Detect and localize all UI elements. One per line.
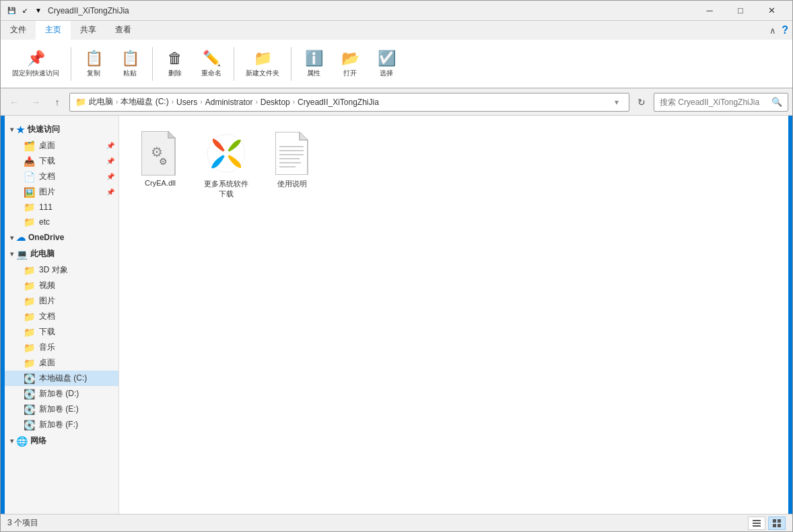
back-button[interactable]: ← (5, 93, 24, 112)
pin-icon-3: 📌 (106, 173, 114, 180)
sidebar-item-download[interactable]: 📁 下载 (5, 324, 118, 340)
paste-icon: 📋 (121, 50, 139, 67)
paste-button[interactable]: 📋 粘贴 (113, 44, 147, 84)
right-accent (788, 116, 792, 514)
title-bar-icons: 💾 ↙ ▼ (6, 5, 44, 16)
network-header[interactable]: ▾ 🌐 网络 (5, 432, 118, 449)
sidebar-item-pic-quick[interactable]: 🖼️ 图片 📌 (5, 184, 118, 200)
ribbon-content: 📌 固定到快速访问 📋 复制 📋 粘贴 🗑 删除 ✏️ 重命名 (1, 40, 792, 88)
delete-button[interactable]: 🗑 删除 (158, 44, 192, 84)
customize-icon: ▼ (33, 5, 44, 16)
select-button[interactable]: ☑️ 选择 (370, 44, 403, 84)
pin-icon-4: 📌 (106, 188, 114, 196)
minimize-button[interactable]: ─ (694, 1, 725, 21)
svg-rect-14 (753, 520, 761, 521)
file-item-pinwheel[interactable]: 更多系统软件下载 (196, 126, 256, 204)
address-dropdown-button[interactable]: ▾ (610, 98, 623, 107)
dll-label: CryEA.dll (145, 179, 176, 187)
drive-e-icon: 💽 (24, 404, 35, 415)
onedrive-header[interactable]: ▾ ☁ OneDrive (5, 229, 118, 245)
folder-3d-icon: 📁 (24, 265, 35, 276)
new-folder-icon: 📁 (254, 50, 272, 67)
pin-button[interactable]: 📌 固定到快速访问 (6, 44, 65, 84)
this-pc-header[interactable]: ▾ 💻 此电脑 (5, 245, 118, 262)
folder-doc-icon: 📄 (24, 172, 35, 182)
search-input[interactable] (660, 98, 769, 107)
crumb-pc[interactable]: 此电脑 (89, 96, 113, 108)
copy-button[interactable]: 📋 复制 (77, 44, 110, 84)
ribbon-collapse-icon[interactable]: ∧ (769, 26, 776, 36)
delete-icon: 🗑 (168, 50, 182, 67)
sidebar-item-desktop[interactable]: 📁 桌面 (5, 355, 118, 371)
drive-f-icon: 💽 (24, 420, 35, 430)
tab-view[interactable]: 查看 (106, 21, 141, 40)
tab-file[interactable]: 文件 (1, 21, 36, 40)
pc-icon: 💻 (16, 249, 28, 260)
tab-share[interactable]: 共享 (71, 21, 106, 40)
sidebar-item-music[interactable]: 📁 音乐 (5, 340, 118, 355)
svg-rect-18 (778, 519, 781, 523)
copy-icon: 📋 (85, 50, 103, 67)
crumb-desktop[interactable]: Desktop (261, 98, 290, 107)
separator-1 (71, 47, 71, 81)
undo-icon: ↙ (20, 5, 30, 16)
search-icon: 🔍 (771, 97, 782, 107)
crumb-folder[interactable]: CryeadII_XiTongZhiJia (298, 98, 379, 107)
sidebar-item-desktop-quick[interactable]: 🗂️ 桌面 📌 (5, 138, 118, 153)
large-icons-view-icon (772, 519, 782, 528)
up-button[interactable]: ↑ (48, 93, 67, 112)
crumb-users[interactable]: Users (176, 98, 197, 107)
folder-small-icon: 📁 (75, 97, 86, 107)
large-icons-view-button[interactable] (768, 517, 786, 530)
sidebar-item-etc[interactable]: 📁 etc (5, 215, 118, 229)
properties-button[interactable]: ℹ️ 属性 (297, 44, 331, 84)
status-view-controls (748, 517, 786, 530)
onedrive-label: OneDrive (28, 233, 64, 242)
main-layout: ▾ ★ 快速访问 🗂️ 桌面 📌 📥 下载 📌 📄 文档 📌 🖼️ (1, 116, 792, 514)
sidebar-item-drive-d[interactable]: 💽 新加卷 (D:) (5, 386, 118, 402)
svg-rect-15 (753, 523, 761, 524)
address-box[interactable]: 📁 此电脑 › 本地磁盘 (C:) › Users › Administrato… (69, 93, 629, 112)
svg-rect-19 (773, 524, 776, 527)
sidebar-item-111[interactable]: 📁 111 (5, 200, 118, 215)
open-button[interactable]: 📂 打开 (333, 44, 367, 84)
crumb-admin[interactable]: Administrator (205, 98, 253, 107)
forward-button[interactable]: → (26, 93, 45, 112)
ribbon-help-icon[interactable]: ? (782, 24, 788, 36)
sidebar-item-drive-e[interactable]: 💽 新加卷 (E:) (5, 402, 118, 417)
rename-button[interactable]: ✏️ 重命名 (195, 44, 228, 84)
refresh-button[interactable]: ↻ (632, 93, 651, 112)
drive-d-icon: 💽 (24, 389, 35, 400)
item-count: 3 个项目 (7, 517, 38, 529)
svg-marker-1 (168, 131, 175, 138)
file-item-txt[interactable]: 使用说明 (262, 126, 322, 204)
crumb-c[interactable]: 本地磁盘 (C:) (120, 96, 168, 108)
content-area: ⚙ ⚙ CryEA.dll (119, 116, 788, 514)
sidebar-item-drive-f[interactable]: 💽 新加卷 (F:) (5, 417, 118, 432)
new-folder-button[interactable]: 📁 新建文件夹 (240, 44, 285, 84)
separator-2 (152, 47, 153, 81)
ribbon-tabs: 文件 主页 共享 查看 ∧ ? (1, 21, 792, 40)
details-view-button[interactable] (748, 517, 765, 530)
close-button[interactable]: ✕ (756, 1, 787, 21)
tab-home[interactable]: 主页 (36, 21, 71, 40)
folder-yellow-icon: 📁 (24, 202, 35, 213)
file-item-dll[interactable]: ⚙ ⚙ CryEA.dll (130, 126, 191, 204)
search-box[interactable]: 🔍 (654, 93, 788, 112)
sidebar-item-video[interactable]: 📁 视频 (5, 278, 118, 293)
sidebar-item-download-quick[interactable]: 📥 下载 📌 (5, 153, 118, 169)
quick-access-header[interactable]: ▾ ★ 快速访问 (5, 121, 118, 138)
folder-music-icon: 📁 (24, 342, 35, 353)
maximize-button[interactable]: □ (725, 1, 756, 21)
svg-point-5 (223, 150, 230, 157)
folder-pic-icon2: 📁 (24, 296, 35, 307)
sidebar-item-doc-quick[interactable]: 📄 文档 📌 (5, 169, 118, 184)
properties-icon: ℹ️ (305, 50, 323, 67)
select-icon: ☑️ (378, 50, 396, 67)
pin-icon-2: 📌 (106, 157, 114, 165)
sidebar-item-document[interactable]: 📁 文档 (5, 309, 118, 324)
txt-icon (275, 132, 309, 175)
sidebar-item-picture[interactable]: 📁 图片 (5, 293, 118, 309)
sidebar-item-3d[interactable]: 📁 3D 对象 (5, 262, 118, 278)
sidebar-item-drive-c[interactable]: 💽 本地磁盘 (C:) (5, 371, 118, 386)
